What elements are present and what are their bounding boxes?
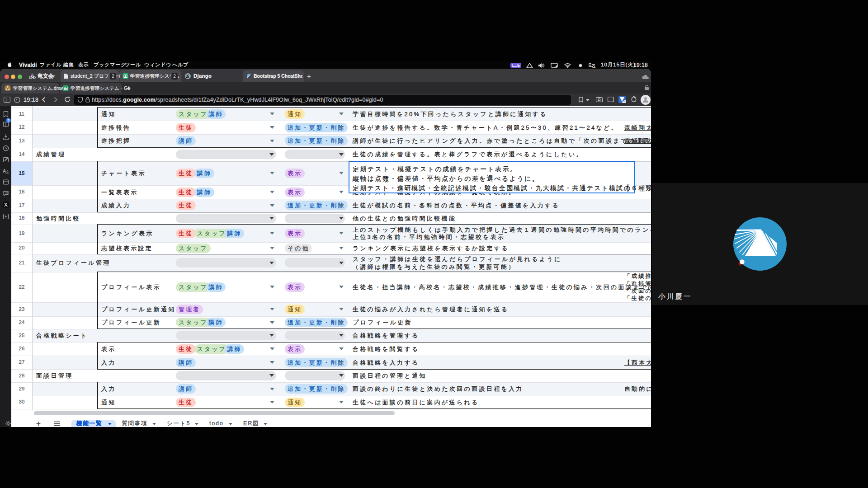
svg-text:文: 文	[5, 170, 9, 174]
